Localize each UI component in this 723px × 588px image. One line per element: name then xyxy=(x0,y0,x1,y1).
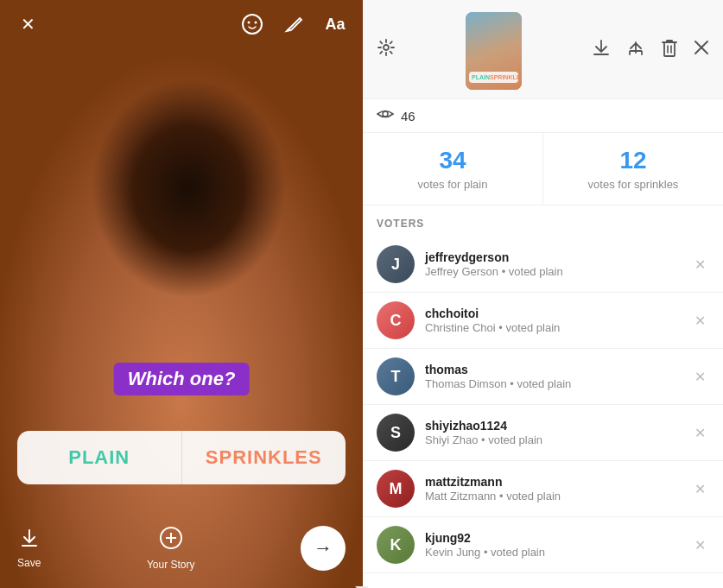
voter-detail: Thomas Dimson • voted plain xyxy=(425,377,691,390)
save-icon xyxy=(19,528,40,553)
svg-point-2 xyxy=(255,22,257,24)
close-button-right[interactable] xyxy=(694,40,709,60)
sticker-button[interactable] xyxy=(238,10,266,38)
voter-avatar: C xyxy=(377,301,415,339)
save-label: Save xyxy=(17,557,41,569)
voter-avatar: M xyxy=(377,470,415,508)
download-button[interactable] xyxy=(592,38,611,61)
voter-remove-button[interactable]: ✕ xyxy=(691,253,709,276)
story-thumbnail-container: PLAIN SPRINKLES xyxy=(466,12,522,90)
plain-vote-label: votes for plain xyxy=(371,178,534,191)
next-arrow-icon: → xyxy=(314,537,333,560)
story-editor-panel: ✕ Aa xyxy=(0,0,363,588)
draw-button[interactable] xyxy=(280,10,308,38)
share-button[interactable] xyxy=(626,38,645,61)
poll-results: 34 votes for plain 12 votes for sprinkle… xyxy=(363,133,723,205)
top-action-icons xyxy=(592,38,709,61)
settings-button[interactable] xyxy=(377,38,396,61)
sprinkles-vote-count: 12 xyxy=(552,147,714,174)
voter-detail: Jeffrey Gerson • voted plain xyxy=(425,265,691,278)
sprinkles-vote-label: votes for sprinkles xyxy=(552,178,714,191)
story-image-bg xyxy=(0,0,363,588)
eye-icon xyxy=(377,108,394,123)
voter-row: K kjung92 Kevin Jung • voted plain ✕ xyxy=(363,517,723,573)
story-poll-question: Which one? xyxy=(114,363,250,395)
plain-votes: 34 votes for plain xyxy=(363,133,543,205)
voter-remove-button[interactable]: ✕ xyxy=(691,309,709,332)
voter-detail: Matt Zitzmann • voted plain xyxy=(425,490,691,503)
voter-remove-button[interactable]: ✕ xyxy=(691,477,709,501)
voter-info: chchoitoi Christine Choi • voted plain xyxy=(425,307,691,334)
voters-section: VOTERS J jeffreydgerson Jeffrey Gerson •… xyxy=(363,205,723,588)
svg-point-6 xyxy=(384,45,389,50)
voter-username: mattzitzmann xyxy=(425,475,691,489)
your-story-icon xyxy=(159,526,183,555)
story-insights-panel: PLAIN SPRINKLES xyxy=(363,0,723,588)
svg-point-0 xyxy=(243,15,262,34)
voter-username: chchoitoi xyxy=(425,307,691,320)
next-button[interactable]: → xyxy=(301,526,346,571)
story-tools: Aa xyxy=(238,10,349,38)
voter-remove-button[interactable]: ✕ xyxy=(691,421,709,445)
voter-username: jeffreydgerson xyxy=(425,250,691,264)
voter-row: T thomas Thomas Dimson • voted plain ✕ xyxy=(363,349,723,405)
voter-username: shiyizhao1124 xyxy=(425,419,691,433)
your-story-label: Your Story xyxy=(147,559,195,571)
voter-info: mattzitzmann Matt Zitzmann • voted plain xyxy=(425,475,691,503)
plain-vote-count: 34 xyxy=(371,147,534,174)
voter-info: jeffreydgerson Jeffrey Gerson • voted pl… xyxy=(425,250,691,278)
story-bottom-bar: Save Your Story → xyxy=(0,512,363,588)
poll-option-plain[interactable]: PLAIN xyxy=(17,431,182,484)
voters-header: VOTERS xyxy=(363,205,723,237)
story-thumbnail[interactable]: PLAIN SPRINKLES xyxy=(466,12,522,90)
voter-avatar: T xyxy=(377,357,415,395)
story-top-bar: ✕ Aa xyxy=(0,0,363,48)
voter-info: shiyizhao1124 Shiyi Zhao • voted plain xyxy=(425,419,691,446)
voter-detail: Christine Choi • voted plain xyxy=(425,321,691,334)
voter-detail: Kevin Jung • voted plain xyxy=(425,546,691,559)
voter-info: kjung92 Kevin Jung • voted plain xyxy=(425,531,691,559)
sprinkles-votes: 12 votes for sprinkles xyxy=(543,133,723,205)
voter-info: thomas Thomas Dimson • voted plain xyxy=(425,363,691,390)
poll-option-sprinkles[interactable]: SPRINKLES xyxy=(182,431,346,484)
voter-row: C chchoitoi Christine Choi • voted plain… xyxy=(363,293,723,349)
delete-button[interactable] xyxy=(661,38,678,61)
voter-detail: Shiyi Zhao • voted plain xyxy=(425,433,691,446)
voter-row: J jeffreydgerson Jeffrey Gerson • voted … xyxy=(363,237,723,293)
save-button[interactable]: Save xyxy=(17,528,41,569)
stats-bar: 46 xyxy=(363,98,723,133)
svg-point-11 xyxy=(383,111,388,117)
svg-point-1 xyxy=(248,22,251,24)
voter-avatar: K xyxy=(377,526,415,564)
voter-avatar: J xyxy=(377,245,415,283)
story-background: ✕ Aa xyxy=(0,0,363,588)
views-count: 46 xyxy=(377,108,415,123)
voter-remove-button[interactable]: ✕ xyxy=(691,365,709,389)
text-tool-button[interactable]: Aa xyxy=(321,10,349,38)
your-story-button[interactable]: Your Story xyxy=(147,526,195,571)
voter-username: thomas xyxy=(425,363,691,376)
voters-list: J jeffreydgerson Jeffrey Gerson • voted … xyxy=(363,237,723,573)
voter-avatar: S xyxy=(377,414,415,452)
close-button[interactable]: ✕ xyxy=(14,10,41,38)
poll-box[interactable]: PLAIN SPRINKLES xyxy=(17,431,346,484)
voter-row: S shiyizhao1124 Shiyi Zhao • voted plain… xyxy=(363,405,723,461)
views-number: 46 xyxy=(401,109,415,123)
voter-row: M mattzitzmann Matt Zitzmann • voted pla… xyxy=(363,461,723,517)
voter-username: kjung92 xyxy=(425,531,691,545)
insights-top-bar: PLAIN SPRINKLES xyxy=(363,0,723,98)
voter-remove-button[interactable]: ✕ xyxy=(691,534,709,557)
